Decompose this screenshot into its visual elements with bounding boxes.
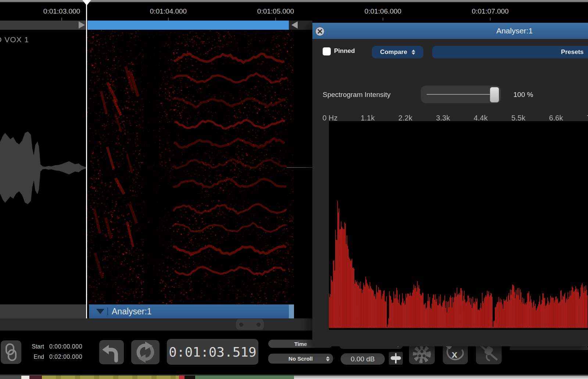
- selection-end-marker-icon[interactable]: [291, 21, 298, 29]
- undo-button[interactable]: [99, 340, 124, 364]
- end-value[interactable]: 0:02:00.000: [49, 352, 82, 362]
- desktop-sliver: [184, 376, 195, 379]
- intensity-value: 100 %: [513, 91, 533, 99]
- play-marker-icon[interactable]: [79, 21, 85, 29]
- pinned-checkbox[interactable]: [323, 47, 331, 55]
- desktop-sliver: [21, 376, 29, 379]
- svg-text:x: x: [452, 349, 458, 360]
- ruler-timestamp: 0:01:04.000: [150, 7, 187, 15]
- slider-track: [427, 94, 494, 95]
- desktop-sliver: [179, 376, 184, 379]
- intensity-slider[interactable]: [421, 86, 501, 103]
- analyser-tab[interactable]: Analyser:1: [89, 304, 294, 318]
- desktop-sliver: [195, 376, 294, 379]
- audio-editor-window: 0:01:03.0000:01:04.0000:01:05.0000:01:06…: [0, 0, 588, 379]
- ruler-tick: [275, 18, 276, 21]
- panel-titlebar[interactable]: Analyser:1: [312, 23, 588, 39]
- intensity-label: Spectrogram Intensity: [323, 91, 391, 99]
- slider-thumb[interactable]: [490, 87, 499, 102]
- drag-handle[interactable]: [236, 319, 264, 330]
- spectrogram-display[interactable]: [87, 30, 294, 304]
- handle-dot-icon: [257, 322, 261, 326]
- end-label: End: [26, 352, 44, 362]
- start-label: Start: [26, 342, 44, 352]
- updown-arrows-icon: [326, 356, 330, 361]
- ruler-tick: [168, 18, 169, 21]
- playhead-marker-icon[interactable]: [82, 0, 91, 6]
- link-button[interactable]: [1, 340, 21, 364]
- tab-separator: [107, 307, 108, 315]
- ruler-tick: [490, 18, 491, 21]
- spectrum-bars: [329, 121, 588, 330]
- compare-label: Compare: [380, 48, 407, 56]
- updown-arrows-icon: [412, 50, 415, 55]
- scroll-mode-label: No Scroll: [288, 355, 313, 362]
- desktop-sliver: [29, 376, 42, 379]
- plus-icon: [391, 356, 401, 360]
- desktop-sliver: [0, 376, 21, 379]
- desktop-sliver: [294, 376, 588, 379]
- track-footer-left: [0, 304, 86, 318]
- close-x-icon: [317, 29, 323, 34]
- start-value[interactable]: 0:00:00.000: [49, 342, 82, 352]
- undo-arrow-icon: [99, 340, 124, 364]
- presets-label: Presets: [561, 48, 584, 56]
- presets-button[interactable]: Presets: [432, 46, 588, 58]
- pinned-label: Pinned: [334, 47, 355, 55]
- ruler-tick: [383, 18, 383, 21]
- loop-button[interactable]: [131, 340, 159, 364]
- time-mode-label: Time: [294, 341, 307, 347]
- playhead-line[interactable]: [86, 4, 87, 318]
- waveform-centerline: [287, 167, 312, 168]
- analyser-tab-label: Analyser:1: [112, 307, 152, 317]
- add-gain-button[interactable]: [389, 352, 403, 365]
- analyser-panel: Analyser:1 Pinned Compare Presets Spectr…: [312, 23, 588, 346]
- spectrum-plot: [329, 121, 588, 330]
- tab-scroll-thumb[interactable]: [289, 304, 294, 318]
- gain-field[interactable]: 0.00 dB: [341, 353, 385, 365]
- divider-strip: [0, 318, 312, 331]
- selection-row-left[interactable]: [0, 21, 86, 30]
- ruler-timestamp: 0:01:03.000: [43, 7, 80, 15]
- handle-dot-icon: [239, 322, 243, 326]
- time-display[interactable]: 0:01:03.519: [167, 339, 258, 365]
- chain-link-icon: [1, 340, 21, 364]
- ruler-timestamp: 0:01:07.000: [472, 7, 509, 15]
- scroll-mode-dropdown[interactable]: No Scroll: [268, 354, 333, 364]
- selection-bar[interactable]: [87, 21, 289, 30]
- waveform-display[interactable]: [0, 30, 88, 304]
- compare-dropdown[interactable]: Compare: [372, 46, 423, 58]
- desktop-sliver: [42, 376, 179, 379]
- chevron-down-icon[interactable]: [96, 309, 104, 314]
- ruler-tick: [61, 18, 62, 21]
- ruler-timestamp: 0:01:05.000: [257, 7, 294, 15]
- start-end-readout: Start 0:00:00.000 End 0:02:00.000: [26, 342, 82, 362]
- loop-arrows-icon: [131, 340, 159, 364]
- close-button[interactable]: [315, 27, 325, 36]
- panel-title: Analyser:1: [485, 26, 544, 35]
- ruler-timestamp: 0:01:06.000: [365, 7, 401, 15]
